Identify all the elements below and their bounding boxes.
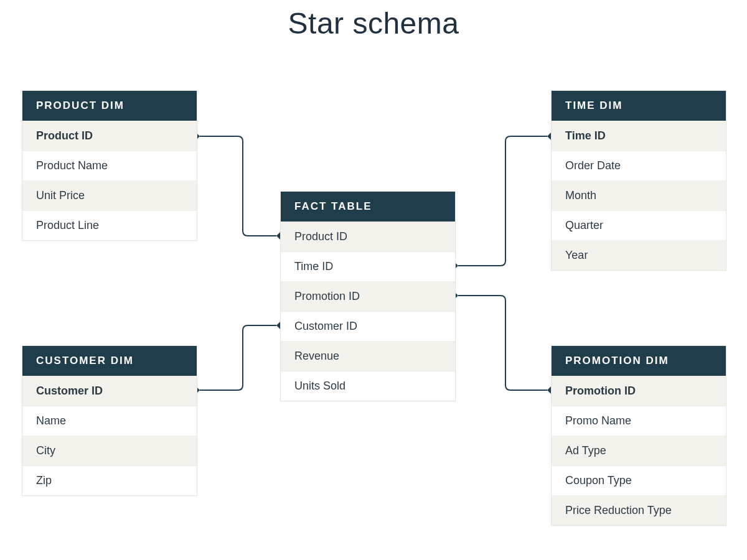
table-header: TIME DIM	[552, 91, 726, 121]
table-time-dim: TIME DIM Time ID Order Date Month Quarte…	[551, 90, 726, 271]
table-row: Name	[22, 406, 197, 436]
table-row: Year	[552, 240, 726, 270]
table-row: Customer ID	[22, 376, 197, 406]
table-customer-dim: CUSTOMER DIM Customer ID Name City Zip	[22, 345, 197, 496]
table-header: FACT TABLE	[281, 192, 455, 222]
table-row: Month	[552, 180, 726, 210]
table-row: Ad Type	[552, 436, 726, 465]
table-row: Product Line	[22, 210, 197, 240]
table-row: Unit Price	[22, 180, 197, 210]
table-row: Zip	[22, 465, 197, 495]
table-row: Time ID	[281, 251, 455, 281]
table-row: Product ID	[22, 121, 197, 151]
table-row: Product ID	[281, 222, 455, 251]
table-row: Coupon Type	[552, 465, 726, 495]
table-row: Promo Name	[552, 406, 726, 436]
table-row: Price Reduction Type	[552, 495, 726, 525]
table-row: Revenue	[281, 341, 455, 371]
table-header: PROMOTION DIM	[552, 346, 726, 376]
table-fact: FACT TABLE Product ID Time ID Promotion …	[280, 191, 456, 401]
table-row: Customer ID	[281, 311, 455, 341]
table-header: PRODUCT DIM	[22, 91, 197, 121]
table-row: Time ID	[552, 121, 726, 151]
table-row: Promotion ID	[552, 376, 726, 406]
table-header: CUSTOMER DIM	[22, 346, 197, 376]
table-row: Order Date	[552, 151, 726, 180]
diagram-title: Star schema	[0, 6, 747, 40]
table-product-dim: PRODUCT DIM Product ID Product Name Unit…	[22, 90, 197, 241]
table-row: Promotion ID	[281, 281, 455, 311]
table-row: Quarter	[552, 210, 726, 240]
table-row: Units Sold	[281, 371, 455, 401]
table-row: City	[22, 436, 197, 465]
table-promotion-dim: PROMOTION DIM Promotion ID Promo Name Ad…	[551, 345, 726, 526]
table-row: Product Name	[22, 151, 197, 180]
diagram-canvas: Star schema PRODUCT DIM Product ID Produ…	[0, 0, 747, 560]
